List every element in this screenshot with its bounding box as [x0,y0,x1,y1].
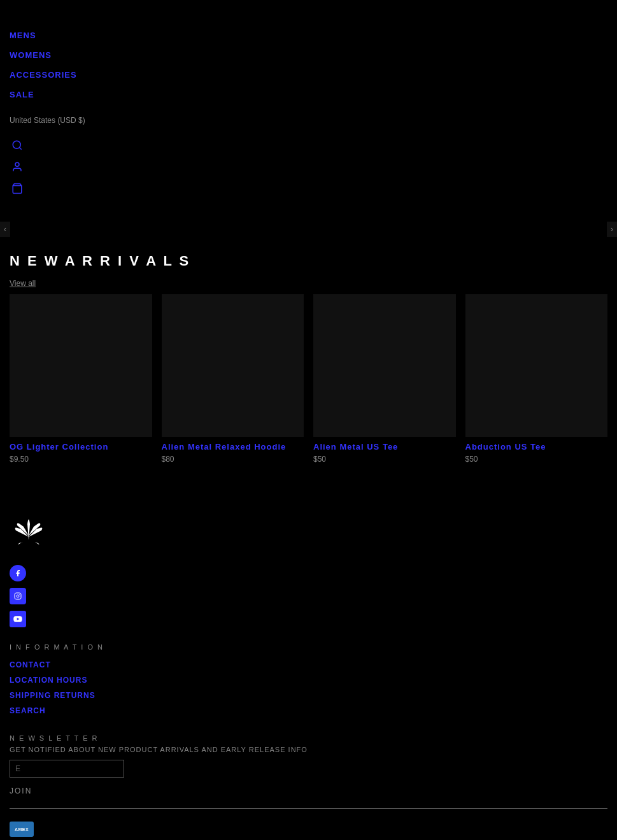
footer-info-title: I N F O R M A T I O N [10,643,607,651]
product-image-3 [465,294,608,437]
svg-point-0 [13,141,20,148]
svg-point-2 [15,162,19,166]
svg-line-1 [19,147,21,149]
svg-point-6 [19,594,20,595]
footer-link-shipping[interactable]: SHIPPING RETURNS [10,688,607,703]
instagram-icon[interactable] [10,588,26,604]
product-price-2: $50 [313,455,456,464]
product-image-2 [313,294,456,437]
product-card-1[interactable]: Alien Metal Relaxed Hoodie $80 [162,294,304,464]
footer-logo [10,511,607,552]
nav-sale[interactable]: SALE [10,85,607,104]
product-image-1 [162,294,304,437]
product-grid: OG Lighter Collection $9.50 Alien Metal … [10,294,607,464]
footer-link-location[interactable]: LOCATION HOURS [10,673,607,688]
product-name-3: Abduction US Tee [465,442,608,453]
product-card-2[interactable]: Alien Metal US Tee $50 [313,294,456,464]
navigation: MENS WOMENS ACCESSORIES SALE United Stat… [0,0,617,215]
product-image-0 [10,294,152,437]
youtube-icon[interactable] [10,611,26,627]
slider-next-arrow[interactable]: › [607,222,617,237]
search-icon[interactable] [10,138,25,153]
facebook-icon[interactable] [10,565,26,581]
cart-icon[interactable] [10,181,25,196]
nav-accessories[interactable]: ACCESSORIES [10,65,607,85]
image-slider-bar: ‹ › [0,222,617,237]
payment-amex: AMEX [10,822,34,837]
newsletter-join-button[interactable]: JOIN [10,787,32,795]
footer-link-search[interactable]: SEARCH [10,703,607,718]
section-title: N E W A R R I V A L S [10,253,190,269]
social-icons [10,565,607,627]
new-arrivals-section: N E W A R R I V A L S View all OG Lighte… [0,243,617,473]
product-name-2: Alien Metal US Tee [313,442,456,453]
svg-point-5 [17,595,19,597]
newsletter-desc: GET NOTIFIED ABOUT NEW PRODUCT ARRIVALS … [10,746,607,753]
account-icon[interactable] [10,159,25,174]
agave-logo-icon [10,511,48,550]
product-price-0: $9.50 [10,455,152,464]
product-name-1: Alien Metal Relaxed Hoodie [162,442,304,453]
product-name-0: OG Lighter Collection [10,442,152,453]
footer-link-contact[interactable]: CONTACT [10,657,607,673]
product-card-3[interactable]: Abduction US Tee $50 [465,294,608,464]
slider-prev-arrow[interactable]: ‹ [0,222,10,237]
footer: I N F O R M A T I O N CONTACT LOCATION H… [0,492,617,840]
section-header: N E W A R R I V A L S [10,253,607,269]
newsletter-email-input[interactable] [10,760,124,778]
product-card-0[interactable]: OG Lighter Collection $9.50 [10,294,152,464]
newsletter-title: N E W S L E T T E R [10,734,607,742]
newsletter-section: N E W S L E T T E R GET NOTIFIED ABOUT N… [10,734,607,795]
footer-divider [10,808,607,809]
product-price-1: $80 [162,455,304,464]
nav-womens[interactable]: WOMENS [10,45,607,65]
currency-selector[interactable]: United States (USD $) [10,110,607,131]
view-all-link[interactable]: View all [10,279,607,288]
product-price-3: $50 [465,455,608,464]
payment-icons: AMEX ⌘Pay DISC meta MC OPay VISA [10,822,607,840]
svg-rect-4 [15,593,21,599]
utility-icons [10,131,607,203]
nav-mens[interactable]: MENS [10,25,607,45]
